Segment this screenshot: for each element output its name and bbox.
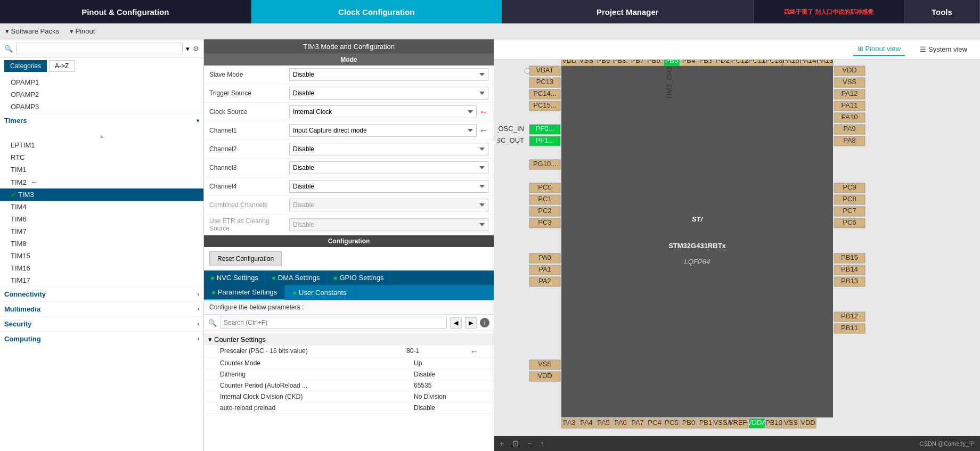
system-view-tab[interactable]: ☰ System view	[916, 43, 971, 55]
tab-gpio[interactable]: ● GPIO Settings	[327, 270, 391, 285]
tab-pinout[interactable]: Pinout & Configuration	[0, 0, 251, 23]
svg-text:PA10: PA10	[842, 113, 858, 121]
multimedia-label: Multimedia	[4, 305, 40, 313]
params-search-row: 🔍 ◀ ▶ i	[204, 315, 494, 331]
search-input[interactable]	[16, 43, 183, 54]
sidebar-item-opamp3[interactable]: OPAMP3	[0, 101, 203, 113]
svg-text:SC_OUT: SC_OUT	[497, 136, 524, 144]
sidebar-section-computing[interactable]: Computing ›	[0, 331, 203, 346]
tab-dma[interactable]: ● DMA Settings	[265, 270, 327, 285]
svg-text:PF0...: PF0...	[536, 125, 554, 133]
channel1-select[interactable]: Input Capture direct mode	[289, 124, 477, 137]
channel2-select[interactable]: Disable	[289, 143, 488, 155]
clock-source-select[interactable]: Internal Clock	[289, 105, 477, 118]
tab-tools[interactable]: Tools	[904, 0, 980, 23]
param-counter-mode: Counter Mode Up	[204, 358, 494, 369]
etr-row: Use ETR as Clearing Source Disable	[204, 215, 494, 235]
counter-settings-collapse-icon: ▾	[208, 335, 212, 343]
svg-text:PC12: PC12	[731, 60, 749, 64]
svg-text:VSS: VSS	[843, 78, 856, 86]
counter-period-name: Counter Period (AutoReload ...	[220, 382, 414, 389]
channel3-select[interactable]: Disable	[289, 161, 488, 174]
svg-text:PA15: PA15	[783, 60, 799, 64]
params-header: Configure the below parameters :	[204, 300, 494, 315]
sidebar-section-timers[interactable]: Timers ▾	[0, 113, 203, 128]
svg-text:PA1: PA1	[538, 265, 551, 273]
navigate-icon[interactable]: ↑	[540, 439, 544, 448]
slave-mode-select[interactable]: Disable	[289, 68, 488, 81]
svg-text:PA7: PA7	[631, 419, 644, 427]
center-scroll-area: Mode Slave Mode Disable Trigger Source D…	[204, 54, 494, 451]
sidebar-search-bar: 🔍 ▾ ⚙	[0, 39, 203, 58]
sidebar-item-tim4[interactable]: TIM4	[0, 201, 203, 213]
param-auto-reload: auto-reload preload Disable	[204, 403, 494, 414]
svg-text:PC14...: PC14...	[533, 89, 556, 97]
search-next-btn[interactable]: ▶	[465, 317, 477, 329]
sidebar-item-tim2[interactable]: TIM2 ←	[0, 176, 203, 188]
sidebar-section-connectivity[interactable]: Connectivity ›	[0, 286, 203, 301]
prescaler-name: Prescaler (PSC - 16 bits value)	[220, 347, 406, 356]
sub-header: ▾ Software Packs ▾ Pinout	[0, 23, 980, 39]
param-dithering: Dithering Disable	[204, 369, 494, 380]
zoom-in-icon[interactable]: +	[500, 439, 504, 448]
sidebar-item-tim7[interactable]: TIM7	[0, 225, 203, 237]
pinout-view-label: Pinout view	[865, 45, 901, 53]
svg-text:PA14: PA14	[800, 60, 816, 64]
svg-text:PB5: PB5	[665, 60, 679, 64]
sidebar-item-opamp2[interactable]: OPAMP2	[0, 88, 203, 101]
mode-section: Mode	[204, 54, 494, 65]
sidebar-item-tim17[interactable]: TIM17	[0, 274, 203, 286]
sidebar-item-opamp1[interactable]: OPAMP1	[0, 76, 203, 88]
clock-source-label: Clock Source	[209, 108, 289, 116]
pinout-view-tab[interactable]: ⊞ Pinout view	[853, 43, 905, 56]
sidebar-item-tim16[interactable]: TIM16	[0, 262, 203, 274]
pinout-btn[interactable]: ▾ Pinout	[70, 27, 95, 35]
channel1-row: Channel1 Input Capture direct mode ←	[204, 121, 494, 140]
info-icon[interactable]: i	[480, 318, 489, 327]
trigger-source-select[interactable]: Disable	[289, 87, 488, 100]
sidebar-item-tim1[interactable]: TIM1	[0, 163, 203, 176]
sidebar-section-multimedia[interactable]: Multimedia ›	[0, 301, 203, 316]
tab-user-constants[interactable]: ● User Constants	[285, 285, 354, 300]
channel2-row: Channel2 Disable	[204, 140, 494, 159]
svg-text:PC6: PC6	[843, 218, 856, 226]
svg-text:PB13: PB13	[841, 277, 858, 285]
channel4-select[interactable]: Disable	[289, 180, 488, 193]
svg-text:PG10...: PG10...	[533, 160, 557, 168]
trigger-source-row: Trigger Source Disable	[204, 84, 494, 103]
sidebar-item-tim3[interactable]: ✔ TIM3	[0, 188, 203, 201]
search-prev-btn[interactable]: ◀	[450, 317, 462, 329]
sidebar-item-rtc[interactable]: RTC	[0, 151, 203, 163]
sidebar-section-security[interactable]: Security ›	[0, 316, 203, 331]
sidebar-item-tim8[interactable]: TIM8	[0, 237, 203, 250]
software-packs-btn[interactable]: ▾ Software Packs	[5, 27, 59, 35]
reset-config-button[interactable]: Reset Configuration	[209, 251, 282, 266]
center-panel: TIM3 Mode and Configuration Mode Slave M…	[204, 39, 494, 451]
svg-text:PA5: PA5	[597, 419, 610, 427]
channel3-row: Channel3 Disable	[204, 159, 494, 177]
sidebar-item-tim15[interactable]: TIM15	[0, 250, 203, 262]
gear-icon[interactable]: ⚙	[193, 45, 199, 53]
tab-clock[interactable]: Clock Configuration	[251, 0, 503, 23]
tab-az[interactable]: A->Z	[49, 60, 75, 72]
svg-text:PB3: PB3	[699, 60, 713, 64]
etr-select[interactable]: Disable	[289, 218, 488, 231]
tim3-checkmark: ✔	[11, 191, 16, 199]
counter-settings-section[interactable]: ▾ Counter Settings	[204, 333, 494, 346]
sidebar-item-lptim1[interactable]: LPTIM1	[0, 139, 203, 151]
sidebar-item-tim6[interactable]: TIM6	[0, 213, 203, 225]
svg-text:VSS: VSS	[784, 419, 798, 427]
params-search-input[interactable]	[220, 317, 447, 329]
svg-text:PA6: PA6	[614, 419, 627, 427]
zoom-out-icon[interactable]: −	[527, 439, 532, 448]
tab-nvc[interactable]: ● NVC Settings	[204, 270, 265, 285]
tab-categories[interactable]: Categories	[4, 60, 47, 72]
fit-icon[interactable]: ⊡	[512, 439, 519, 448]
chip-area: TIM3_CH1 VDD VSS PB9 PB8. PB	[494, 60, 980, 436]
tab-parameter-settings[interactable]: ● Parameter Settings	[204, 285, 285, 300]
connectivity-label: Connectivity	[4, 290, 46, 298]
channel2-label: Channel2	[209, 145, 289, 153]
tab-project[interactable]: Project Manager	[502, 0, 754, 23]
combined-channels-select[interactable]: Disable	[289, 199, 488, 211]
tab-tools-area: 我终于重了 别人口中说的那种感觉	[754, 0, 904, 23]
